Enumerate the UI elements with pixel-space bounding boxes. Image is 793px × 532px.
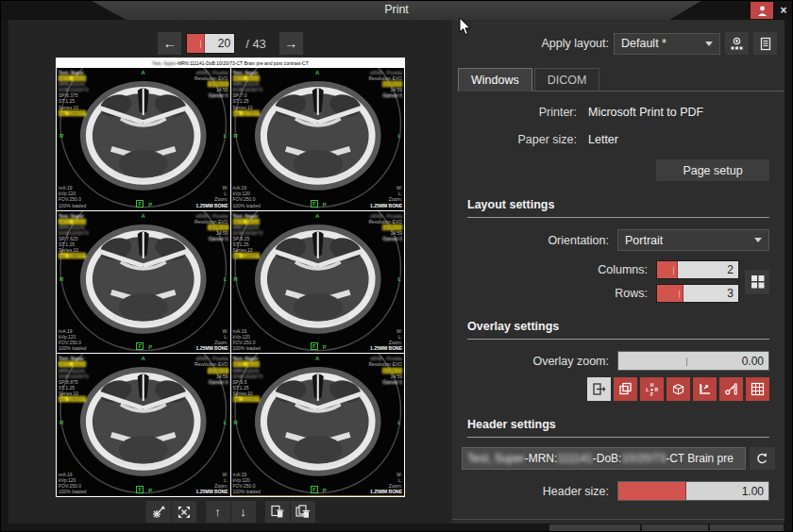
rows-grip[interactable] (657, 285, 683, 302)
expand-icon (177, 506, 191, 519)
apply-layout-label: Apply layout: (541, 37, 609, 50)
previous-page-button[interactable]: ← (158, 32, 181, 55)
overlay-top-left: Test, Super ACC: 11113 MRN:111141 DOB:10… (59, 213, 89, 259)
cancel-button[interactable]: Cancel (710, 524, 784, 532)
orientation-label: Orientation: (548, 234, 609, 247)
preview-cell[interactable]: Test, Super ACC: 11113 MRN:111141 DOB:10… (57, 211, 230, 354)
header-text-input[interactable]: Test, Super-MRN:111141-DoB:10/20/73-CT B… (462, 447, 746, 470)
page-number-grip[interactable] (187, 34, 205, 53)
paper-size-label: Paper size: (452, 133, 577, 146)
orientation-left: L (397, 133, 401, 139)
auto-fit-button[interactable] (146, 501, 171, 523)
orientation-feet: F (136, 342, 143, 350)
header-text-row: Test, Super-MRN:111141-DoB:10/20/73-CT B… (462, 447, 775, 470)
orientation-posterior: P (323, 202, 327, 208)
move-page-down-button[interactable]: ↓ (231, 501, 256, 523)
page-setup-button[interactable]: Page setup (656, 159, 769, 181)
apply-layout-row: Apply layout: Default * (452, 32, 785, 55)
orientation-anterior: A (142, 213, 145, 219)
close-button[interactable]: × (777, 2, 790, 19)
orientation-anterior: A (315, 213, 319, 219)
header-size-row: Header size: 1.00 (452, 481, 785, 501)
overlay-top-right: eRAD - Prueba Revolution EVO 02/25/23 14… (368, 70, 402, 98)
orientation-feet: F (311, 486, 318, 493)
layout-settings-heading: Layout settings (467, 198, 769, 211)
reset-header-button[interactable] (750, 447, 775, 470)
orientation-anterior: A (142, 70, 145, 75)
footer-separator (452, 519, 785, 520)
orientation-select[interactable]: Portrait (617, 229, 769, 251)
orientation-right: R (59, 276, 63, 282)
grid-layout-picker-button[interactable] (745, 270, 769, 294)
preview-cell[interactable]: Test, Super ACC: 11113 MRN:111141 DOB:10… (57, 68, 230, 210)
orientation-right: R (59, 133, 63, 139)
columns-grip[interactable] (657, 261, 678, 278)
overlay-bottom-right: W: L: Zoom: 1.25MM BONE (370, 185, 402, 208)
page-number-spinbox[interactable]: 20 (186, 33, 235, 54)
footer-buttons: Show settings Print... Cancel (452, 524, 785, 532)
apply-layout-select[interactable]: Default * (614, 33, 720, 55)
save-layout-button[interactable] (725, 32, 749, 55)
overlay-zoom-row: Overlay zoom: 0.00 (452, 351, 785, 371)
rows-spinner[interactable]: 3 (656, 284, 739, 303)
orientation-letters-icon: H L R F (645, 382, 659, 396)
overlay-bottom-right: W: L: Zoom: 1.25MM BONE (370, 328, 402, 351)
preview-cell[interactable]: Test, Super ACC: 11113 MRN:111141 DOB:10… (57, 354, 230, 496)
delete-page-icon (270, 505, 284, 519)
overlay-top-right: eRAD - Prueba Revolution EVO 02/25/23 14… (194, 213, 228, 241)
delete-page-button[interactable] (265, 501, 290, 523)
printer-value: Microsoft Print to PDF (588, 106, 703, 119)
grid-icon (751, 274, 765, 289)
fullscreen-button[interactable] (172, 501, 196, 523)
delete-all-pages-button[interactable] (291, 501, 315, 523)
svg-text:H: H (650, 382, 654, 388)
chevron-down-icon (705, 42, 713, 46)
anonymize-button[interactable] (751, 2, 773, 19)
columns-spinner[interactable]: 2 (656, 260, 739, 279)
orientation-feet: F (311, 342, 318, 350)
preview-cell[interactable]: Test, Super ACC: 11113 MRN:111141 DOB:10… (231, 354, 405, 496)
header-size-fill[interactable] (618, 482, 686, 500)
ruler-toggle[interactable] (693, 377, 717, 401)
page-navigator: ← 20 / 43 → (158, 32, 303, 55)
orientation-left: L (224, 276, 228, 282)
refresh-icon (755, 452, 769, 466)
calibration-key-toggle[interactable] (719, 377, 743, 401)
paper-size-row: Paper size: Letter (452, 133, 785, 146)
columns-label: Columns: (598, 263, 648, 276)
orientation-anterior: A (315, 356, 319, 361)
overlay-top-left: Test, Super ACC: 11113 MRN:111141 DOB:10… (59, 70, 89, 116)
tab-dicom[interactable]: DICOM (534, 68, 600, 91)
svg-text:R: R (654, 387, 658, 392)
rows-row: Rows: 3 (598, 284, 739, 303)
orientation-posterior: P (148, 488, 152, 493)
orientation-feet: F (136, 200, 143, 208)
show-settings-button[interactable]: Show settings (549, 524, 640, 532)
overlay-position-toggle[interactable] (587, 377, 611, 401)
orientation-value: Portrait (625, 234, 663, 247)
header-size-slider[interactable]: 1.00 (617, 481, 769, 501)
overlay-bottom-left: mA:19 kVp:120 FOV:250.0 100% loaded (233, 185, 261, 208)
preview-grid: Test, Super ACC: 11113 MRN:111141 DOB:10… (57, 68, 404, 496)
next-page-button[interactable]: → (279, 32, 303, 55)
page-number-value[interactable]: 20 (205, 34, 234, 53)
layout-list-button[interactable] (753, 32, 777, 55)
title-bar[interactable]: Print × (1, 1, 792, 20)
cube-icon (671, 382, 685, 396)
mouse-cursor (459, 17, 472, 36)
move-page-up-button[interactable]: ↑ (206, 501, 230, 523)
overlay-layers-toggle[interactable] (614, 377, 637, 401)
overlay-zoom-value: 0.00 (742, 355, 768, 368)
grid-lines-toggle[interactable] (746, 377, 769, 401)
orientation-feet: F (311, 200, 318, 208)
overlay-bottom-right: W: L: Zoom: 1.25MM BONE (196, 328, 228, 351)
orientation-cube-toggle[interactable] (666, 377, 690, 401)
tab-windows[interactable]: Windows (458, 68, 532, 91)
overlay-bottom-left: mA:19 kVp:120 FOV:250.0 100% loaded (233, 472, 261, 494)
orientation-letters-toggle[interactable]: H L R F (640, 377, 664, 401)
print-button[interactable]: Print... (642, 524, 708, 532)
preview-cell[interactable]: Test, Super ACC: 11113 MRN:111141 DOB:10… (231, 68, 405, 210)
overlay-zoom-slider[interactable]: 0.00 (617, 351, 769, 371)
overlay-top-left: Test, Super ACC: 11113 MRN:111141 DOB:10… (233, 70, 263, 116)
preview-cell[interactable]: Test, Super ACC: 11113 MRN:111141 DOB:10… (231, 211, 405, 354)
